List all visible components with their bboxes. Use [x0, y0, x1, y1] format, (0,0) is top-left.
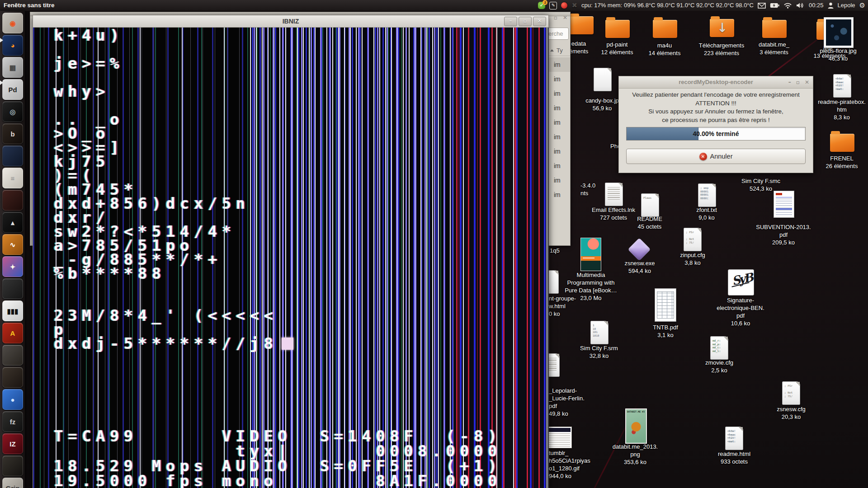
desktop-icon-readme-plain[interactable] [641, 193, 659, 217]
desktop-label-databit-me-folder: databit.me_3 éléments [745, 41, 803, 56]
dock-icon-terminal[interactable]: b [2, 123, 23, 144]
ibniz-code-line: dxdj-5******//j8 [54, 337, 293, 351]
desktop-icon-subvention-pdf[interactable] [774, 191, 794, 218]
dock-icon-ardour[interactable]: A [2, 323, 23, 343]
desktop-icon-readme-piratebox[interactable] [833, 74, 851, 98]
workrave-icon[interactable]: ✖ [571, 0, 577, 11]
close-icon[interactable]: ✕ [805, 76, 809, 88]
messaging-indicator-icon[interactable]: ✓2 [538, 2, 545, 9]
file-row[interactable]: im [547, 72, 570, 86]
desktop-label-subvention-pdf: SUBVENTION-2013.pdf209,5 ko [754, 223, 813, 246]
desktop-icon-readme-html[interactable] [725, 427, 743, 450]
user-icon [828, 2, 834, 9]
search-input[interactable]: erche [546, 28, 569, 40]
dock-icon-fz-app[interactable]: fz [2, 411, 23, 432]
top-panel: Fenêtre sans titre ✓2 ✎ ✖ cpu: 17% mem: … [0, 0, 868, 11]
desktop-label-fragment-1q5: 1q5 [550, 247, 568, 254]
maximize-icon[interactable]: ▫ [796, 76, 800, 88]
desktop-icon-candy-box[interactable] [594, 68, 612, 91]
desktop-icon-email-effects[interactable] [605, 183, 623, 206]
dock-icon-dark-app-3[interactable] [2, 455, 23, 476]
dock-icon-camera[interactable]: ◎ [2, 101, 23, 122]
dock-icon-audio-orange[interactable]: ∿ [2, 234, 23, 255]
compose-icon[interactable]: ✎ [549, 2, 557, 9]
system-stats: cpu: 17% mem: 09% 96.8°C 98.0°C 91.0°C 9… [581, 0, 754, 11]
file-row[interactable]: im [547, 86, 570, 101]
dock-icon-darkred-app[interactable] [2, 190, 23, 211]
close-button[interactable]: ✕ [533, 17, 546, 26]
desktop-icon-tumblr-gif[interactable] [547, 427, 572, 448]
battery-icon[interactable] [770, 3, 779, 8]
dock-icon-dark-app-1[interactable] [2, 278, 23, 299]
ibniz-code-editor[interactable]: k+4u)je>=%why>.. _o>O_o<>>=]kj75)=((m745… [54, 28, 293, 351]
dock-icon-navy-app[interactable] [2, 145, 23, 166]
ibniz-cursor [282, 338, 293, 350]
file-row[interactable]: im [547, 101, 570, 115]
desktop-label-ma4u: ma4u14 éléments [635, 42, 694, 57]
desktop-icon-telechargements[interactable] [710, 19, 734, 37]
desktop-icon-edata-folder[interactable] [569, 16, 594, 34]
dock-icon-light-app[interactable]: ≡ [2, 168, 23, 188]
column-header-type[interactable]: Ty [547, 46, 570, 56]
desktop-icon-pieds-flora-jpg[interactable] [824, 17, 854, 48]
session-user[interactable]: Lepole [838, 0, 855, 11]
file-row[interactable]: im [547, 130, 570, 144]
volume-icon[interactable] [796, 2, 805, 9]
progress-label: 40.00% terminé [627, 127, 805, 140]
ibniz-code-line: %b****88 [54, 267, 293, 281]
dock-icon-multicolor-app[interactable]: ✦ [2, 256, 23, 277]
dock-icon-grey-app[interactable] [2, 345, 23, 366]
desktop-icon-tntb-pdf[interactable] [655, 288, 676, 322]
recording-indicator-icon[interactable] [561, 2, 567, 9]
gear-icon[interactable]: ⚙ [859, 0, 865, 11]
file-list: imimimimimimimimimim [547, 57, 570, 202]
ibniz-stripes-right [453, 28, 548, 488]
ibniz-canvas[interactable]: k+4u)je>=%why>.. _o>O_o<>>=]kj75)=((m745… [33, 28, 548, 488]
mail-icon[interactable] [758, 3, 766, 9]
minimize-icon[interactable]: – [788, 76, 791, 88]
cancel-button[interactable]: ✕ Annuler [626, 149, 806, 164]
desktop-label-tntb-pdf: TNTB.pdf3,1 ko [636, 324, 695, 339]
ibniz-status-readout: T=CA99 VIDEO S=1408F (-8) tyx| 0008.0000… [54, 429, 502, 488]
desktop-icon-sim-city-srm[interactable] [590, 321, 609, 344]
file-row[interactable]: im [547, 159, 570, 173]
dock-icon-ubuntu[interactable]: ◉ [2, 13, 23, 33]
dock-icon-calculator[interactable]: ▦ [2, 57, 23, 78]
desktop-icon-zsnesw-exe[interactable] [628, 238, 651, 261]
file-row[interactable]: im [547, 173, 570, 188]
desktop-icon-ma4u[interactable] [653, 20, 677, 38]
file-row[interactable]: im [547, 57, 570, 72]
desktop-icon-zfont-txt[interactable] [698, 183, 716, 207]
desktop-icon-pd-paint[interactable] [605, 20, 630, 38]
dock-icon-ibniz-red[interactable]: IZ [2, 433, 23, 454]
file-row[interactable]: im [547, 188, 570, 202]
desktop-icon-zsnesw-cfg[interactable] [782, 381, 800, 405]
notification-badge: 2 [542, 0, 547, 5]
dock-icon-blue-app[interactable]: ● [2, 389, 23, 410]
maximize-button[interactable]: ▫ [519, 17, 532, 26]
ibniz-titlebar[interactable]: IBNIZ – ▫ ✕ [33, 15, 548, 28]
desktop-icon-signature-ben-pdf[interactable] [728, 269, 754, 296]
encode-progress-bar: 40.00% terminé [626, 127, 806, 141]
dock-icon-dark-app-2[interactable] [2, 367, 23, 388]
dock-icon-player[interactable]: ▴ [2, 212, 23, 233]
file-row[interactable]: im [547, 144, 570, 159]
running-indicator-icon [0, 80, 5, 85]
desktop-icon-databit-2013-png[interactable] [625, 408, 647, 444]
desktop-icon-zinput-cfg[interactable] [684, 228, 702, 251]
dock-icon-grip[interactable]: Grip [2, 478, 23, 488]
desktop-icon-frenel[interactable] [830, 134, 854, 152]
desktop-icon-puredata-ebook[interactable] [580, 238, 601, 271]
minimize-button[interactable]: – [504, 17, 517, 26]
maximize-icon[interactable]: ▫ [554, 15, 557, 20]
desktop-icon-zmovie-cfg[interactable] [710, 336, 728, 360]
dialog-titlebar[interactable]: recordMyDesktop-encoder – ▫ ✕ [619, 76, 813, 89]
desktop-icon-databit-me-folder[interactable] [762, 20, 787, 38]
desktop-root: edataémentspd-paint12 élémentsma4u14 élé… [0, 0, 868, 488]
sort-caret-icon [550, 47, 554, 52]
file-row[interactable]: im [547, 115, 570, 130]
dock-icon-piano[interactable]: ▮▮▮ [2, 300, 23, 321]
clock[interactable]: 00:25 [809, 0, 824, 11]
close-icon[interactable]: ✕ [563, 15, 567, 20]
wifi-icon[interactable] [783, 2, 792, 9]
